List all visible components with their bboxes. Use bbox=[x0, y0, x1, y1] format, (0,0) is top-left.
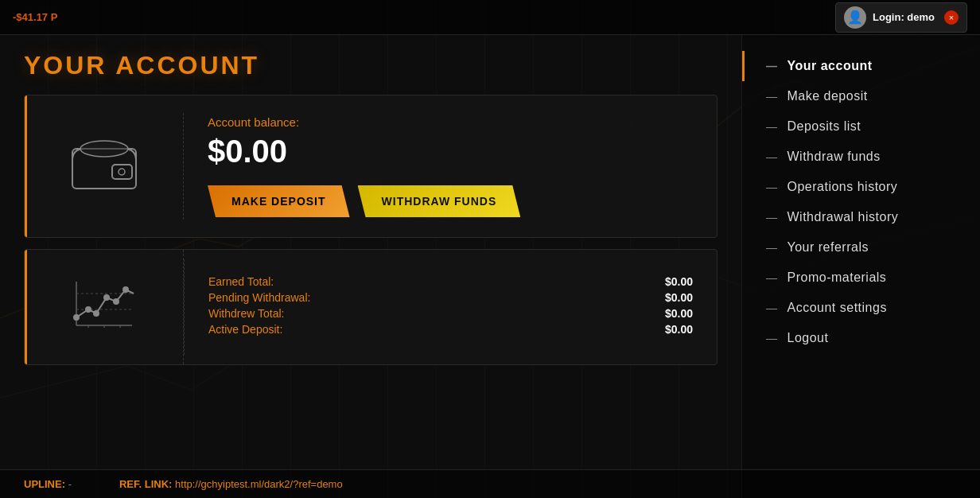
sidebar-item-your-account[interactable]: Your account bbox=[742, 51, 980, 81]
content-area: YOUR ACCOUNT bbox=[0, 35, 741, 498]
sidebar-nav: Your accountMake depositDeposits listWit… bbox=[741, 35, 980, 498]
svg-point-23 bbox=[114, 299, 119, 304]
earned-value: $0.00 bbox=[665, 275, 693, 288]
upline-value: - bbox=[68, 478, 72, 490]
page-title: YOUR ACCOUNT bbox=[24, 51, 718, 80]
reflink-info: REF. LINK: http://gchyiptest.ml/dark2/?r… bbox=[119, 478, 343, 490]
sidebar-item-your-referrals[interactable]: Your referrals bbox=[742, 232, 980, 263]
balance-content: Account balance: $0.00 MAKE DEPOSIT WITH… bbox=[184, 95, 717, 237]
sidebar-item-operations-history[interactable]: Operations history bbox=[742, 172, 980, 202]
balance-amount: $0.00 bbox=[208, 134, 693, 169]
sidebar-item-make-deposit[interactable]: Make deposit bbox=[742, 81, 980, 111]
chart-icon-area bbox=[25, 250, 184, 364]
sidebar-item-promo-materials[interactable]: Promo-materials bbox=[742, 263, 980, 293]
stats-content: Earned Total: $0.00 Pending Withdrawal: … bbox=[184, 259, 717, 355]
svg-point-20 bbox=[86, 307, 91, 312]
action-buttons: MAKE DEPOSIT WITHDRAW FUNDS bbox=[208, 185, 693, 217]
svg-point-14 bbox=[80, 141, 128, 157]
user-avatar: 👤 bbox=[844, 6, 866, 29]
withdrew-value: $0.00 bbox=[665, 307, 693, 320]
pending-value: $0.00 bbox=[665, 291, 693, 304]
upline-label: UPLINE: bbox=[24, 478, 65, 490]
svg-rect-12 bbox=[112, 165, 132, 179]
login-panel: 👤 Login: demo × bbox=[835, 2, 967, 33]
earned-label: Earned Total: bbox=[208, 275, 274, 288]
svg-point-21 bbox=[94, 311, 99, 316]
wallet-icon-area bbox=[25, 113, 184, 220]
withdrew-stat: Withdrew Total: $0.00 bbox=[208, 307, 693, 320]
svg-point-19 bbox=[74, 315, 79, 320]
sidebar-item-withdrawal-history[interactable]: Withdrawal history bbox=[742, 202, 980, 232]
reflink-url: http://gchyiptest.ml/dark2/?ref=demo bbox=[175, 478, 343, 490]
upline-info: UPLINE: - bbox=[24, 478, 72, 490]
login-label: Login: demo bbox=[873, 11, 935, 23]
pending-label: Pending Withdrawal: bbox=[208, 291, 310, 304]
wallet-icon bbox=[68, 137, 140, 196]
svg-point-22 bbox=[104, 295, 109, 300]
reflink-label: REF. LINK: bbox=[119, 478, 172, 490]
chart-icon bbox=[68, 274, 140, 340]
sidebar-item-logout[interactable]: Logout bbox=[742, 323, 980, 353]
sidebar-item-withdraw-funds[interactable]: Withdraw funds bbox=[742, 142, 980, 172]
active-deposit-value: $0.00 bbox=[665, 323, 693, 336]
active-deposit-label: Active Deposit: bbox=[208, 323, 282, 336]
balance-card: Account balance: $0.00 MAKE DEPOSIT WITH… bbox=[24, 95, 718, 238]
main-container: YOUR ACCOUNT bbox=[0, 35, 980, 498]
balance-label: Account balance: bbox=[208, 115, 693, 129]
svg-point-24 bbox=[123, 287, 128, 292]
stats-card: Earned Total: $0.00 Pending Withdrawal: … bbox=[24, 249, 718, 365]
svg-point-13 bbox=[119, 169, 125, 175]
active-deposit-stat: Active Deposit: $0.00 bbox=[208, 323, 693, 336]
make-deposit-button[interactable]: MAKE DEPOSIT bbox=[208, 185, 350, 217]
logout-close-button[interactable]: × bbox=[944, 10, 959, 25]
pending-stat: Pending Withdrawal: $0.00 bbox=[208, 291, 693, 304]
withdraw-funds-button[interactable]: WITHDRAW FUNDS bbox=[358, 185, 521, 217]
ticker-display: -$41.17 P bbox=[13, 11, 57, 23]
topbar: -$41.17 P 👤 Login: demo × bbox=[0, 0, 980, 35]
footer-bar: UPLINE: - REF. LINK: http://gchyiptest.m… bbox=[0, 469, 980, 498]
earned-stat: Earned Total: $0.00 bbox=[208, 275, 693, 288]
withdrew-label: Withdrew Total: bbox=[208, 307, 284, 320]
sidebar-item-account-settings[interactable]: Account settings bbox=[742, 293, 980, 323]
sidebar-item-deposits-list[interactable]: Deposits list bbox=[742, 111, 980, 142]
